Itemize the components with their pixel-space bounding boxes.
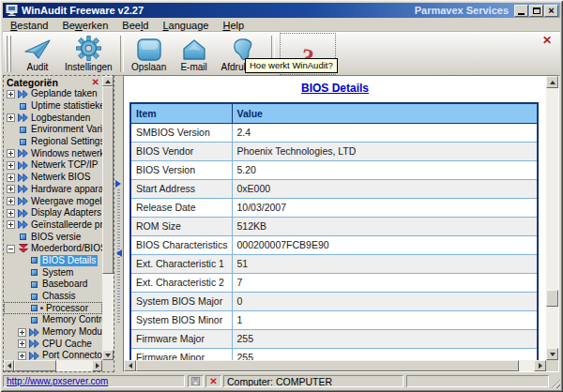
tree-item-netwerk-tcp-ip[interactable]: Netwerk TCP/IP — [4, 159, 102, 172]
sidebar-header: Categoriën ✕ — [4, 76, 102, 88]
tree-item-ge-nstalleerde-prin[interactable]: Geïnstalleerde prin — [4, 219, 102, 232]
tree-item-display-adapters[interactable]: Display Adapters — [4, 207, 102, 219]
tree-item-chassis[interactable]: Chassis — [4, 291, 102, 303]
expand-box-icon[interactable] — [18, 352, 26, 360]
tree-item-memory-module[interactable]: Memory Module — [4, 326, 102, 339]
content-vertical-scrollbar[interactable] — [546, 76, 558, 360]
square-icon — [31, 294, 38, 300]
toolbar-close-icon[interactable]: ✕ — [542, 35, 552, 46]
tree-item-netwerk-bios[interactable]: Netwerk BIOS — [4, 172, 102, 184]
tree-item-weergave-mogelijk[interactable]: Weergave mogelijk — [4, 195, 102, 207]
menu-item-beeld[interactable]: Beeld — [122, 20, 148, 31]
tree-item-label: Environment Variab — [29, 124, 102, 135]
tree-item-cpu-cache[interactable]: CPU Cache — [4, 338, 102, 350]
table-cell: 10/03/2007 — [232, 199, 538, 218]
tree-item-environment-variab[interactable]: Environment Variab — [4, 124, 102, 136]
table-cell: BIOS Characteristics — [130, 236, 232, 255]
table-cell: System BIOS Minor — [130, 311, 232, 330]
menu-item-language[interactable]: Language — [162, 20, 208, 31]
scroll-thumb[interactable] — [136, 360, 519, 371]
statusbar-computer-panel: Computer: COMPUTER — [223, 375, 403, 387]
expand-box-icon[interactable] — [7, 113, 15, 122]
table-cell: Release Date — [130, 199, 232, 218]
tree-item-hardware-apparate[interactable]: Hardware apparate — [4, 184, 102, 196]
expand-box-icon[interactable] — [7, 90, 15, 98]
audit-icon — [23, 36, 52, 61]
splitter-grip[interactable] — [117, 189, 120, 324]
tree-item-uptime-statistieken[interactable]: Uptime statistieken — [4, 100, 102, 113]
print-icon — [230, 36, 254, 61]
toolbar-button-e-mail[interactable]: E-mail — [172, 33, 217, 75]
tree-item-port-connector[interactable]: Port Connector — [4, 350, 102, 360]
statusbar-error-panel[interactable]: ✕ — [205, 375, 221, 387]
sidebar-close-icon[interactable]: ✕ — [92, 78, 99, 87]
expand-box-icon[interactable] — [7, 185, 15, 193]
chevrons-right-blue-icon — [17, 90, 29, 98]
sidebar-categories-panel: Categoriën ✕ Geplande takenUptime statis… — [3, 75, 114, 372]
tree-item-regional-settings[interactable]: Regional Settings — [4, 136, 102, 148]
resize-grip[interactable] — [549, 377, 560, 388]
square-icon — [28, 281, 40, 288]
close-button[interactable]: × — [544, 5, 558, 17]
scroll-thumb[interactable] — [102, 86, 114, 274]
tree-item-baseboard[interactable]: Baseboard — [4, 279, 102, 291]
toolbar-grip[interactable] — [6, 36, 12, 72]
scroll-right-button[interactable] — [534, 360, 546, 371]
scroll-down-button[interactable] — [546, 348, 558, 360]
table-cell: 5.20 — [232, 161, 538, 180]
scroll-left-button[interactable] — [124, 360, 136, 371]
expand-box-icon[interactable] — [18, 328, 26, 337]
maximize-icon — [533, 8, 540, 14]
scroll-up-button[interactable] — [546, 76, 558, 88]
menu-item-help[interactable]: Help — [222, 20, 244, 31]
tree-item-processor[interactable]: Processor — [4, 302, 102, 314]
scroll-left-button[interactable] — [4, 360, 14, 371]
scroll-thumb[interactable] — [546, 290, 558, 307]
expand-box-icon[interactable] — [18, 339, 26, 348]
tree-item-memory-control[interactable]: Memory Control — [4, 314, 102, 326]
tree-item-label: Regional Settings — [29, 136, 102, 147]
expand-box-icon[interactable] — [7, 197, 15, 205]
splitter-bar[interactable] — [114, 75, 123, 372]
chevrons-down-red-icon — [17, 244, 29, 253]
tree-item-bios-versie[interactable]: BIOS versie — [4, 231, 102, 243]
arrow-down-icon — [105, 354, 111, 360]
sidebar-vertical-scrollbar[interactable] — [102, 76, 114, 360]
tree-item-system[interactable]: System — [4, 266, 102, 279]
expand-box-icon[interactable] — [7, 161, 15, 170]
toolbar-button-audit[interactable]: Audit — [15, 33, 60, 75]
category-tree: Geplande takenUptime statistiekenLogbest… — [4, 88, 102, 360]
expand-box-icon[interactable] — [7, 173, 15, 182]
splitter-collapse-icon[interactable] — [116, 249, 122, 257]
statusbar-save-panel[interactable] — [188, 375, 204, 387]
table-cell: Ext. Characteristic 2 — [130, 274, 232, 293]
menu-item-bewerken[interactable]: Bewerken — [62, 20, 108, 31]
tree-item-logbestanden[interactable]: Logbestanden — [4, 112, 102, 124]
scroll-up-button[interactable] — [102, 76, 114, 86]
tree-item-label: Logbestanden — [29, 113, 92, 124]
tree-item-windows-netwerk[interactable]: Windows netwerk — [4, 147, 102, 159]
toolbar-button-instellingen[interactable]: Instellingen — [60, 33, 117, 75]
sidebar-horizontal-scrollbar[interactable] — [4, 360, 102, 371]
tree-item-label: Netwerk TCP/IP — [29, 159, 100, 171]
maximize-button[interactable] — [529, 5, 543, 17]
chevrons-right-blue-icon — [17, 113, 29, 122]
minimize-button[interactable] — [514, 5, 528, 17]
scroll-thumb[interactable] — [14, 360, 56, 371]
tree-item-bios-details[interactable]: BIOS Details — [4, 255, 102, 267]
menu-item-bestand[interactable]: Bestand — [10, 20, 48, 31]
toolbar-button-opslaan[interactable]: Opslaan — [127, 33, 172, 75]
expand-box-icon[interactable] — [7, 220, 15, 229]
website-link[interactable]: http://www.pxserver.com — [7, 376, 108, 386]
scroll-down-button[interactable] — [102, 350, 114, 360]
collapse-box-icon[interactable] — [7, 245, 15, 253]
expand-box-icon[interactable] — [7, 149, 15, 158]
scroll-right-button[interactable] — [92, 360, 102, 371]
tree-item-geplande-taken[interactable]: Geplande taken — [4, 88, 102, 100]
splitter-expand-icon[interactable] — [115, 180, 121, 188]
tree-item-moederbord-bios[interactable]: Moederbord/BIOS — [4, 243, 102, 255]
table-cell: 000200007FCB9E90 — [232, 236, 538, 255]
content-horizontal-scrollbar[interactable] — [124, 360, 546, 371]
expand-box-icon[interactable] — [7, 209, 15, 218]
tree-item-label: Windows netwerk — [29, 148, 102, 159]
